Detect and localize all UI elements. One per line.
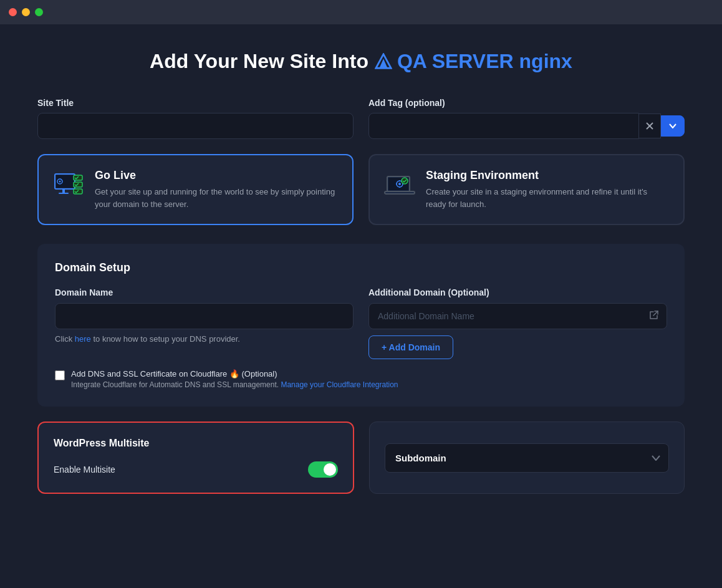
- nginx-logo: QA SERVER nginx: [375, 50, 572, 73]
- tag-clear-button[interactable]: [639, 113, 661, 138]
- add-tag-label: Add Tag (optional): [368, 98, 685, 108]
- page-header: Add Your New Site Into QA SERVER nginx: [37, 50, 685, 73]
- chevron-down-icon: [669, 123, 676, 128]
- multisite-toggle-row: Enable Multisite: [54, 461, 338, 478]
- additional-domain-input[interactable]: [368, 303, 667, 329]
- server-name: QA SERVER nginx: [397, 50, 572, 73]
- site-tag-row: Site Title Add Tag (optional): [37, 98, 685, 139]
- svg-point-17: [398, 183, 401, 185]
- subdomain-select-wrapper: Subdomain Subdirectory: [385, 443, 669, 473]
- cloudflare-row: Add DNS and SSL Certificate on Cloudflar…: [55, 369, 667, 389]
- dns-hint: Click here to know how to setup your DNS…: [55, 334, 354, 344]
- go-live-card[interactable]: Go Live Get your site up and running for…: [37, 154, 354, 225]
- domain-setup-title: Domain Setup: [55, 261, 667, 274]
- cloudflare-checkbox[interactable]: [55, 370, 65, 380]
- tag-input-wrapper: [368, 113, 685, 139]
- svg-rect-15: [385, 191, 415, 194]
- subdomain-select[interactable]: Subdomain Subdirectory: [385, 443, 669, 473]
- option-cards: Go Live Get your site up and running for…: [37, 154, 685, 225]
- go-live-content: Go Live Get your site up and running for…: [95, 169, 339, 210]
- domain-name-input[interactable]: [55, 303, 354, 329]
- dot-yellow[interactable]: [22, 8, 30, 16]
- close-icon: [645, 122, 654, 130]
- cloudflare-sub: Integrate Cloudflare for Automatic DNS a…: [71, 380, 398, 389]
- multisite-card: WordPress Multisite Enable Multisite: [37, 422, 354, 494]
- multisite-toggle[interactable]: [308, 461, 338, 478]
- title-before: Add Your New Site Into: [150, 50, 368, 73]
- cloudflare-text-group: Add DNS and SSL Certificate on Cloudflar…: [71, 369, 398, 389]
- domain-row: Domain Name Click here to know how to se…: [55, 287, 667, 359]
- tag-dropdown-button[interactable]: [661, 115, 685, 137]
- site-title-label: Site Title: [37, 98, 354, 108]
- add-tag-group: Add Tag (optional): [368, 98, 685, 139]
- domain-name-label: Domain Name: [55, 287, 113, 297]
- staging-title: Staging Environment: [426, 169, 670, 182]
- multisite-title: WordPress Multisite: [54, 438, 338, 449]
- multisite-section: WordPress Multisite Enable Multisite Sub…: [37, 422, 685, 494]
- cloudflare-label: Add DNS and SSL Certificate on Cloudflar…: [71, 369, 398, 378]
- enable-multisite-label: Enable Multisite: [54, 465, 115, 475]
- subdomain-card: Subdomain Subdirectory: [369, 422, 685, 494]
- svg-rect-5: [56, 175, 74, 188]
- site-title-input[interactable]: [37, 113, 354, 139]
- go-live-desc: Get your site up and running for the wor…: [95, 186, 339, 210]
- dot-red[interactable]: [9, 8, 17, 16]
- staging-card[interactable]: Staging Environment Create your site in …: [368, 154, 685, 225]
- staging-icon: [383, 169, 416, 201]
- dot-green[interactable]: [35, 8, 43, 16]
- cloudflare-integration-link[interactable]: Manage your Cloudflare Integration: [281, 380, 398, 389]
- nginx-v-icon: [375, 53, 392, 70]
- dns-hint-link[interactable]: here: [75, 334, 91, 344]
- go-live-title: Go Live: [95, 169, 339, 182]
- domain-setup-section: Domain Setup Domain Name Click here to k…: [37, 244, 685, 407]
- go-live-icon: [52, 169, 85, 201]
- site-title-group: Site Title: [37, 98, 354, 139]
- domain-name-group: Domain Name Click here to know how to se…: [55, 287, 354, 359]
- add-domain-button[interactable]: + Add Domain: [368, 335, 453, 359]
- staging-content: Staging Environment Create your site in …: [426, 169, 670, 210]
- svg-point-7: [59, 181, 61, 183]
- tag-input[interactable]: [368, 113, 639, 139]
- staging-desc: Create your site in a staging environmen…: [426, 186, 670, 210]
- additional-domain-label: Additional Domain (Optional): [368, 287, 489, 297]
- svg-rect-12: [59, 193, 69, 194]
- additional-domain-group: Additional Domain (Optional) + Add Domai…: [368, 287, 667, 359]
- page-title: Add Your New Site Into QA SERVER nginx: [37, 50, 685, 73]
- svg-rect-11: [62, 189, 65, 193]
- window-bar: [0, 0, 722, 25]
- external-link-icon[interactable]: [648, 309, 660, 323]
